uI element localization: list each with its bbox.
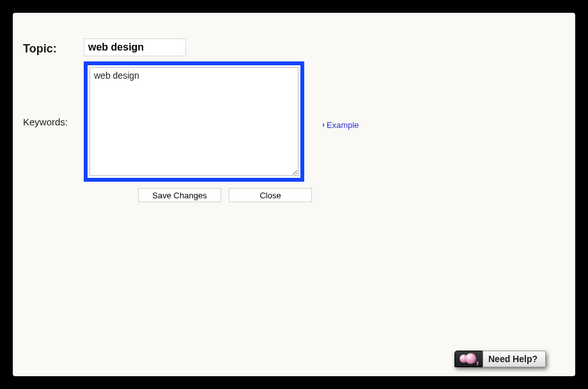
viewport: Topic: Keywords: › Example Save Changes … [0,0,588,389]
close-button[interactable]: Close [229,188,312,202]
keywords-textarea[interactable] [89,67,298,176]
topic-row: Topic: [23,38,565,56]
topic-label: Topic: [23,38,84,56]
keywords-row: Keywords: › Example [23,61,565,182]
chevron-right-icon: › [322,121,325,129]
example-link[interactable]: › Example [322,120,359,130]
edit-form: Topic: Keywords: › Example Save Changes … [13,13,575,212]
need-help-label: Need Help? [483,351,546,367]
chat-bubbles-icon [460,353,477,365]
keywords-label: Keywords: [23,116,84,127]
save-changes-button[interactable]: Save Changes [138,188,221,202]
main-panel: Topic: Keywords: › Example Save Changes … [13,13,575,376]
need-help-icon-box [454,351,483,367]
example-link-label: Example [327,120,359,130]
keywords-focus-frame [84,61,304,182]
topic-input[interactable] [84,38,186,56]
button-row: Save Changes Close [138,188,565,202]
need-help-widget[interactable]: Need Help? [454,351,546,367]
